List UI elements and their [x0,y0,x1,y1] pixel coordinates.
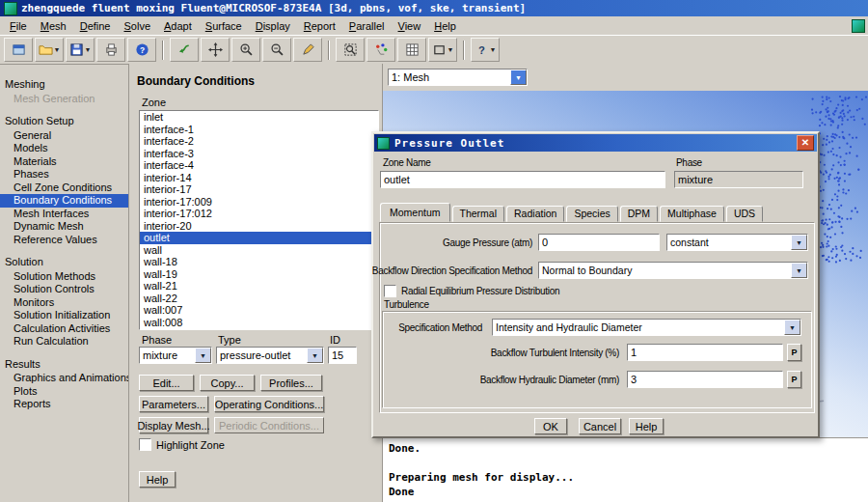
phase-combobox[interactable]: mixture ▼ [139,347,212,364]
type-combobox[interactable]: pressure-outlet ▼ [216,347,324,364]
turbulent-intensity-field[interactable] [627,344,783,361]
zone-item-wall-18[interactable]: wall-18 [140,256,378,268]
lights-button[interactable] [366,38,395,62]
nav-item-phases[interactable]: Phases [0,168,128,181]
nav-item-reports[interactable]: Reports [0,398,128,411]
chevron-down-icon[interactable]: ▼ [85,46,92,53]
chevron-down-icon[interactable]: ▼ [448,46,454,53]
menu-report[interactable]: Report [297,18,342,34]
menu-view[interactable]: View [392,18,428,34]
grid-button[interactable] [397,38,426,62]
menu-solve[interactable]: Solve [117,18,157,34]
menu-define[interactable]: Define [73,18,118,34]
profiles-button[interactable]: Profiles... [260,375,322,391]
display-mesh-button[interactable]: Display Mesh... [139,417,208,433]
zone-id-field[interactable] [328,347,357,364]
menu-display[interactable]: Display [249,18,297,34]
nav-item-reference-values[interactable]: Reference Values [0,234,128,247]
info-button[interactable]: ? [127,38,156,62]
zone-item-interior-17-012[interactable]: interior-17:012 [140,208,378,220]
copy-button[interactable]: Copy... [200,375,255,391]
zoom-in-button[interactable] [231,38,260,62]
view-selector-combobox[interactable]: 1: Mesh ▼ [388,69,528,86]
spec-method-combobox[interactable]: Intensity and Hydraulic Diameter ▼ [492,319,801,336]
nav-item-models[interactable]: Models [0,142,128,155]
parameters-button[interactable]: Parameters... [139,396,208,412]
gauge-pressure-field[interactable] [538,234,660,251]
tab-momentum[interactable]: Momentum [380,203,450,222]
chevron-down-icon[interactable]: ▼ [490,46,497,53]
pan-view-button[interactable] [201,38,230,62]
nav-item-cell-zone-conditions[interactable]: Cell Zone Conditions [0,181,128,195]
menu-help[interactable]: Help [427,18,463,34]
zone-item-wall-008[interactable]: wall:008 [140,317,378,329]
nav-item-general[interactable]: General [0,129,128,143]
tab-uds[interactable]: UDS [726,206,763,222]
console-output[interactable]: Done. Preparing mesh for display...Done [383,437,868,502]
zone-listbox[interactable]: inletinterface-1interface-2interface-3in… [139,110,379,330]
zone-item-wall-22[interactable]: wall-22 [140,293,378,305]
dialog-help-button[interactable]: Help [629,418,664,434]
cancel-button[interactable]: Cancel [579,418,621,434]
chevron-down-icon[interactable]: ▼ [784,320,800,335]
nav-item-solution-controls[interactable]: Solution Controls [0,283,128,296]
probe-button[interactable] [293,38,322,62]
nav-item-plots[interactable]: Plots [0,385,128,399]
intensity-profile-button[interactable]: P [787,344,801,361]
zone-item-interior-17-009[interactable]: interior-17:009 [140,196,378,209]
zone-item-interior-14[interactable]: interior-14 [140,172,378,184]
zone-item-outlet[interactable]: outlet [140,232,378,244]
panel-help-button[interactable]: Help [139,471,176,488]
zone-item-wall[interactable]: wall [140,244,378,257]
zone-item-inlet[interactable]: inlet [140,111,378,124]
dialog-titlebar[interactable]: Pressure Outlet ✕ [374,134,817,152]
zone-item-interface-2[interactable]: interface-2 [140,135,378,148]
close-icon[interactable]: ✕ [797,135,814,151]
nav-item-dynamic-mesh[interactable]: Dynamic Mesh [0,220,128,234]
window-button[interactable] [4,38,33,62]
zone-name-field[interactable] [380,171,665,188]
menu-parallel[interactable]: Parallel [342,18,392,34]
tab-multiphase[interactable]: Multiphase [660,206,724,222]
zoom-fit-button[interactable] [336,38,365,62]
chevron-down-icon[interactable]: ▼ [510,70,527,85]
zone-item-interface-1[interactable]: interface-1 [140,124,378,136]
radial-equilibrium-checkbox[interactable] [384,285,396,297]
menu-mesh[interactable]: Mesh [34,18,73,34]
nav-item-graphics-and-animations[interactable]: Graphics and Animations [0,372,128,385]
chevron-down-icon[interactable]: ▼ [791,263,807,278]
nav-item-solution-initialization[interactable]: Solution Initialization [0,309,128,322]
nav-item-run-calculation[interactable]: Run Calculation [0,335,128,349]
chevron-down-icon[interactable]: ▼ [54,46,61,53]
zone-item-wall-19[interactable]: wall-19 [140,268,378,281]
help-button[interactable]: ?▼ [471,38,500,62]
nav-item-solution-methods[interactable]: Solution Methods [0,270,128,284]
highlight-zone-checkbox[interactable] [139,438,151,451]
rotate-view-button[interactable] [170,38,199,62]
tab-radiation[interactable]: Radiation [506,206,564,222]
zone-item-interior-17[interactable]: interior-17 [140,183,378,196]
nav-item-monitors[interactable]: Monitors [0,296,128,310]
nav-item-calculation-activities[interactable]: Calculation Activities [0,322,128,336]
tab-thermal[interactable]: Thermal [452,206,505,222]
zone-item-interface-4[interactable]: interface-4 [140,159,378,172]
zone-item-interior-20[interactable]: interior-20 [140,220,378,233]
edit-button[interactable]: Edit... [139,375,194,391]
zone-item-wall-007[interactable]: wall:007 [140,304,378,317]
chevron-down-icon[interactable]: ▼ [791,235,807,250]
zone-item-interface-3[interactable]: interface-3 [140,148,378,160]
hydraulic-diameter-field[interactable] [627,371,783,388]
menu-adapt[interactable]: Adapt [157,18,199,34]
chevron-down-icon[interactable]: ▼ [195,348,211,363]
menu-surface[interactable]: Surface [199,18,249,34]
save-button[interactable]: ▼ [66,38,95,62]
nav-item-mesh-interfaces[interactable]: Mesh Interfaces [0,208,128,221]
menu-file[interactable]: File [3,18,34,34]
nav-item-materials[interactable]: Materials [0,155,128,169]
chevron-down-icon[interactable]: ▼ [307,348,323,363]
diameter-profile-button[interactable]: P [787,371,801,388]
tab-species[interactable]: Species [566,206,617,222]
nav-item-boundary-conditions[interactable]: Boundary Conditions [0,194,128,208]
zone-item-wall-21[interactable]: wall-21 [140,280,378,293]
open-file-button[interactable]: ▼ [35,38,64,62]
